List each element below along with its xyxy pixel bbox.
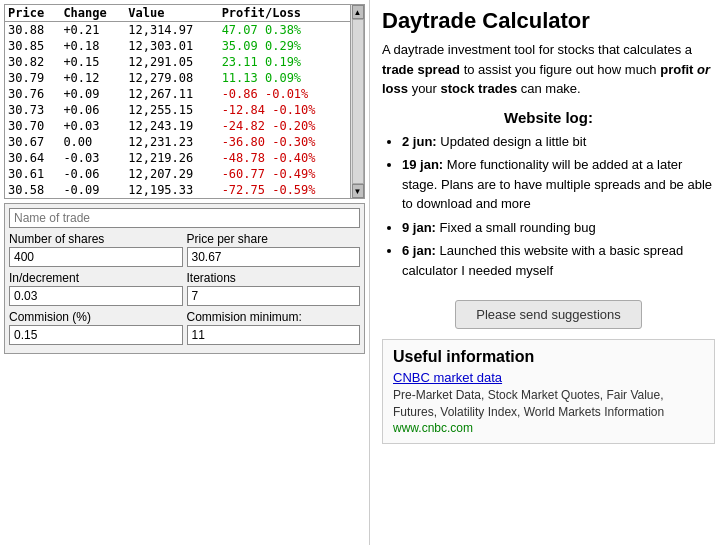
iterations-col: Iterations [187,271,361,308]
cell-price: 30.73 [5,102,60,118]
list-item: 9 jan: Fixed a small rounding bug [402,218,715,238]
cell-profit-loss: 11.13 0.09% [219,70,350,86]
cell-price: 30.70 [5,118,60,134]
iterations-input[interactable] [187,286,361,306]
increment-input[interactable] [9,286,183,306]
right-panel: Daytrade Calculator A daytrade investmen… [370,0,727,545]
useful-info-url: www.cnbc.com [393,421,704,435]
commission-min-input[interactable] [187,325,361,345]
cell-price: 30.82 [5,54,60,70]
left-panel: Price Change Value Profit/Loss 30.88+0.2… [0,0,370,545]
cell-profit-loss: 47.07 0.38% [219,22,350,39]
cell-profit-loss: -48.78 -0.40% [219,150,350,166]
table-row: 30.85+0.1812,303.0135.09 0.29% [5,38,350,54]
cell-value: 12,267.11 [125,86,218,102]
cell-change: -0.03 [60,150,125,166]
cell-price: 30.58 [5,182,60,198]
price-col: Price per share [187,232,361,269]
useful-info-box: Useful information CNBC market data Pre-… [382,339,715,444]
col-value: Value [125,5,218,22]
useful-info-desc: Pre-Market Data, Stock Market Quotes, Fa… [393,387,704,421]
cell-change: +0.12 [60,70,125,86]
iterations-label: Iterations [187,271,361,285]
trade-name-input[interactable] [9,208,360,228]
col-price: Price [5,5,60,22]
cell-price: 30.76 [5,86,60,102]
price-table-container: Price Change Value Profit/Loss 30.88+0.2… [4,4,365,199]
shares-input[interactable] [9,247,183,267]
table-row: 30.58-0.0912,195.33-72.75 -0.59% [5,182,350,198]
trade-name-row [9,208,360,230]
shares-col: Number of shares [9,232,183,269]
table-row: 30.61-0.0612,207.29-60.77 -0.49% [5,166,350,182]
col-profit-loss: Profit/Loss [219,5,350,22]
cell-change: -0.06 [60,166,125,182]
cell-value: 12,314.97 [125,22,218,39]
cell-profit-loss: -12.84 -0.10% [219,102,350,118]
cell-value: 12,243.19 [125,118,218,134]
cell-price: 30.79 [5,70,60,86]
cell-profit-loss: -72.75 -0.59% [219,182,350,198]
scroll-down-button[interactable]: ▼ [352,184,364,198]
log-title: Website log: [382,109,715,126]
commission-label: Commision (%) [9,310,183,324]
cell-value: 12,279.08 [125,70,218,86]
table-row: 30.70+0.0312,243.19-24.82 -0.20% [5,118,350,134]
cell-change: +0.09 [60,86,125,102]
cell-profit-loss: -36.80 -0.30% [219,134,350,150]
commission-col: Commision (%) [9,310,183,347]
commission-min-label: Commision minimum: [187,310,361,324]
cell-value: 12,303.01 [125,38,218,54]
table-row: 30.88+0.2112,314.9747.07 0.38% [5,22,350,39]
scroll-up-button[interactable]: ▲ [352,5,364,19]
commission-input[interactable] [9,325,183,345]
app-description: A daytrade investment tool for stocks th… [382,40,715,99]
increment-label: In/decrement [9,271,183,285]
table-row: 30.73+0.0612,255.15-12.84 -0.10% [5,102,350,118]
cell-value: 12,219.26 [125,150,218,166]
price-label: Price per share [187,232,361,246]
cell-change: +0.03 [60,118,125,134]
cell-change: +0.21 [60,22,125,39]
list-item: 2 jun: Updated design a little bit [402,132,715,152]
log-list: 2 jun: Updated design a little bit19 jan… [382,132,715,285]
cell-profit-loss: -0.86 -0.01% [219,86,350,102]
shares-price-row: Number of shares Price per share [9,232,360,269]
suggestions-button[interactable]: Please send suggestions [455,300,642,329]
app-title: Daytrade Calculator [382,8,715,34]
col-change: Change [60,5,125,22]
cell-price: 30.85 [5,38,60,54]
cell-value: 12,231.23 [125,134,218,150]
table-row: 30.64-0.0312,219.26-48.78 -0.40% [5,150,350,166]
cell-value: 12,195.33 [125,182,218,198]
commission-row: Commision (%) Commision minimum: [9,310,360,347]
cell-price: 30.67 [5,134,60,150]
cnbc-link[interactable]: CNBC market data [393,370,502,385]
cell-change: 0.00 [60,134,125,150]
table-row: 30.82+0.1512,291.0523.11 0.19% [5,54,350,70]
cell-change: +0.15 [60,54,125,70]
increment-col: In/decrement [9,271,183,308]
cell-profit-loss: 23.11 0.19% [219,54,350,70]
table-row: 30.670.0012,231.23-36.80 -0.30% [5,134,350,150]
commission-min-col: Commision minimum: [187,310,361,347]
price-input[interactable] [187,247,361,267]
cell-price: 30.88 [5,22,60,39]
cell-profit-loss: -24.82 -0.20% [219,118,350,134]
list-item: 19 jan: More functionality will be added… [402,155,715,214]
table-scrollbar[interactable]: ▲ ▼ [350,5,364,198]
scroll-track [352,19,364,184]
cell-profit-loss: 35.09 0.29% [219,38,350,54]
list-item: 6 jan: Launched this website with a basi… [402,241,715,280]
cell-change: +0.06 [60,102,125,118]
cell-value: 12,207.29 [125,166,218,182]
cell-price: 30.61 [5,166,60,182]
cell-change: +0.18 [60,38,125,54]
increment-iterations-row: In/decrement Iterations [9,271,360,308]
table-row: 30.79+0.1212,279.0811.13 0.09% [5,70,350,86]
price-table: Price Change Value Profit/Loss 30.88+0.2… [5,5,350,198]
cell-change: -0.09 [60,182,125,198]
shares-label: Number of shares [9,232,183,246]
cell-value: 12,291.05 [125,54,218,70]
trade-form: Number of shares Price per share In/decr… [4,203,365,354]
